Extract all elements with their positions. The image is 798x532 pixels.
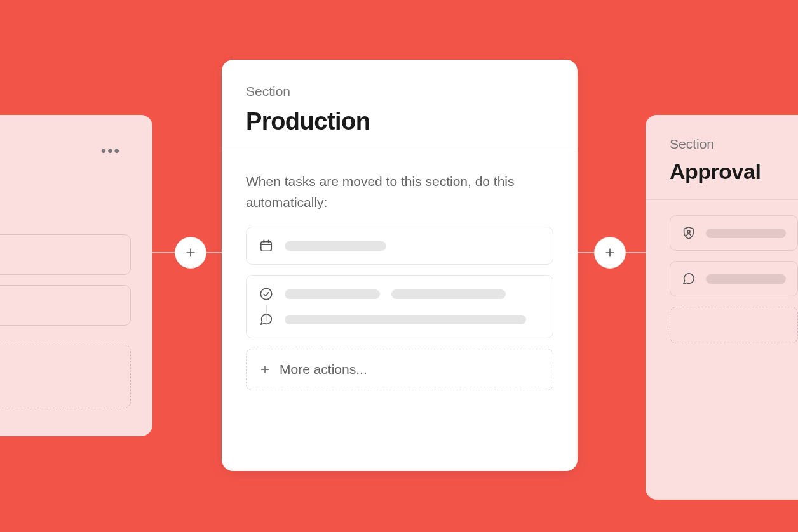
calendar-icon <box>259 239 273 253</box>
rule-placeholder <box>706 229 786 238</box>
automation-description: When tasks are moved to this section, do… <box>246 171 553 213</box>
svg-rect-4 <box>261 242 272 251</box>
more-actions-button[interactable]: + More actions... <box>246 349 553 390</box>
add-section-right-button[interactable] <box>594 237 626 269</box>
add-rule-slot[interactable] <box>0 345 131 408</box>
card-header: Section Production <box>222 60 578 152</box>
rule-slot[interactable] <box>0 285 131 326</box>
more-actions-label: More actions... <box>280 362 367 377</box>
rule-slot[interactable] <box>0 234 131 275</box>
card-body <box>646 200 798 356</box>
section-card-approval: Section Approval <box>646 115 798 500</box>
card-body: When tasks are moved to this section, do… <box>222 152 578 408</box>
section-title: Production <box>246 108 553 135</box>
automation-rule[interactable] <box>246 275 553 338</box>
section-card-production: Section Production When tasks are moved … <box>222 60 578 471</box>
automation-rule[interactable] <box>670 215 798 251</box>
section-card-left: ••• <box>0 115 152 436</box>
plus-icon: + <box>260 363 269 376</box>
svg-point-8 <box>260 288 271 299</box>
section-label: Section <box>670 136 798 152</box>
automation-rule[interactable] <box>246 227 553 265</box>
svg-point-9 <box>687 230 690 233</box>
card-header: Section Approval <box>646 115 798 200</box>
section-title: Approval <box>670 159 798 184</box>
rule-placeholder <box>391 289 506 299</box>
rule-placeholder <box>285 241 386 251</box>
add-rule-slot[interactable] <box>670 307 798 343</box>
add-section-left-button[interactable] <box>175 237 206 269</box>
rule-placeholder <box>285 289 380 299</box>
comment-icon <box>259 312 273 326</box>
rule-placeholder <box>285 315 526 324</box>
automation-rule[interactable] <box>670 261 798 296</box>
comment-icon <box>682 272 696 286</box>
more-options-icon[interactable]: ••• <box>101 149 121 153</box>
section-label: Section <box>246 84 553 99</box>
rule-placeholder <box>706 274 786 284</box>
assignee-icon <box>682 226 696 240</box>
check-circle-icon <box>259 287 273 301</box>
